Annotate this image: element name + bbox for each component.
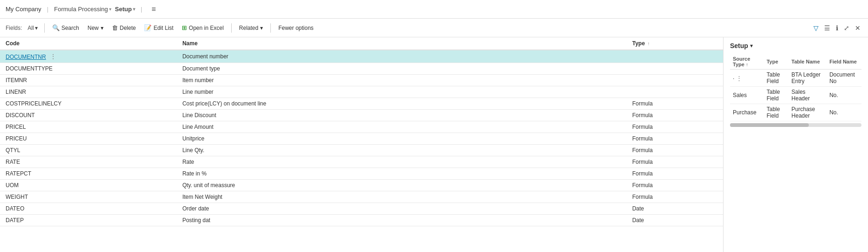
side-col-source-type[interactable]: Source Type ↑	[730, 54, 764, 70]
columns-icon-button[interactable]: ☰	[822, 22, 832, 34]
table-cell-name: Order date	[177, 203, 627, 215]
info-icon: ℹ	[836, 24, 838, 32]
table-cell-name: Document number	[177, 50, 627, 63]
table-row[interactable]: COSTPRICELINELCYCost price(LCY) on docum…	[0, 98, 723, 110]
table-cell-code: ITEMNR	[0, 75, 177, 86]
table-row[interactable]: QTYLLine Qty.Formula	[0, 145, 723, 156]
side-cell-table: Sales Header	[789, 87, 827, 104]
table-cell-type	[627, 75, 723, 86]
side-table-row[interactable]: PurchaseTable FieldPurchase HeaderNo.	[730, 104, 861, 121]
nav-sep-2: |	[141, 6, 142, 13]
side-table-row[interactable]: SalesTable FieldSales HeaderNo.	[730, 87, 861, 104]
table-cell-code: RATEPCT	[0, 168, 177, 180]
table-row[interactable]: RATEPCTRate in %Formula	[0, 168, 723, 180]
table-cell-type: Date	[627, 203, 723, 215]
search-button[interactable]: 🔍 Search	[48, 22, 83, 33]
open-excel-button[interactable]: ⊞ Open in Excel	[178, 22, 227, 33]
table-cell-type: Formula	[627, 191, 723, 203]
new-chevron-icon: ▾	[101, 25, 103, 31]
all-filter-button[interactable]: All ▾	[25, 23, 40, 33]
sort-icon: ↑	[648, 41, 650, 46]
table-cell-code: QTYL	[0, 145, 177, 156]
side-cell-table: BTA Ledger Entry	[789, 70, 827, 87]
table-cell-name: Line Discount	[177, 110, 627, 121]
table-row[interactable]: ITEMNRItem number	[0, 75, 723, 86]
table-row[interactable]: UOMQty. unit of meassureFormula	[0, 180, 723, 191]
nav-bar: My Company | Formula Processing ▾ Setup …	[0, 0, 868, 19]
table-cell-type: Formula	[627, 180, 723, 191]
edit-list-button[interactable]: 📝 Edit List	[140, 22, 177, 33]
table-cell-name: Document type	[177, 63, 627, 75]
delete-button[interactable]: 🗑 Delete	[108, 22, 140, 33]
side-table-row[interactable]: · ⋮Table FieldBTA Ledger EntryDocument N…	[730, 70, 861, 87]
side-cell-field: No.	[827, 87, 861, 104]
table-cell-code: COSTPRICELINELCY	[0, 98, 177, 110]
table-cell-name: Item Net Weight	[177, 191, 627, 203]
table-cell-type	[627, 50, 723, 63]
filter-icon-button[interactable]: ▽	[812, 22, 820, 34]
filter-icon: ▽	[813, 24, 819, 32]
table-cell-code: WEIGHT	[0, 191, 177, 203]
table-body: DOCUMENTNR ⋮Document numberDOCUMENTTYPED…	[0, 50, 723, 226]
hamburger-menu-icon[interactable]: ≡	[152, 5, 156, 14]
side-scrollbar[interactable]	[730, 123, 861, 127]
side-cell-field: Document No	[827, 70, 861, 87]
close-icon-button[interactable]: ✕	[853, 22, 862, 34]
table-row[interactable]: DOCUMENTTYPEDocument type	[0, 63, 723, 75]
module-chevron-icon: ▾	[109, 7, 111, 12]
table-row[interactable]: RATERateFormula	[0, 156, 723, 168]
toolbar-right: ▽ ☰ ℹ ⤢ ✕	[812, 22, 862, 34]
table-row[interactable]: DISCOUNTLine DiscountFormula	[0, 110, 723, 121]
side-table: Source Type ↑ Type Table Name Field Name…	[730, 54, 861, 121]
side-cell-source: Purchase	[730, 104, 764, 121]
table-row[interactable]: DOCUMENTNR ⋮Document number	[0, 50, 723, 63]
side-col-field[interactable]: Field Name	[827, 54, 861, 70]
table-cell-code: UOM	[0, 180, 177, 191]
col-header-code[interactable]: Code	[0, 37, 177, 50]
side-cell-type: Table Field	[764, 104, 788, 121]
table-row[interactable]: DATEPPosting datDate	[0, 215, 723, 226]
new-button[interactable]: New ▾	[84, 23, 107, 33]
side-cell-type: Table Field	[764, 70, 788, 87]
side-scrollbar-thumb	[730, 123, 809, 127]
table-header: Code Name Type ↑	[0, 37, 723, 50]
table-cell-type: Formula	[627, 121, 723, 133]
side-panel: Setup ▾ Source Type ↑ Type Table Name Fi…	[723, 37, 868, 252]
toolbar: Fields: All ▾ 🔍 Search New ▾ 🗑 Delete 📝 …	[0, 19, 868, 37]
code-link[interactable]: DOCUMENTNR	[6, 54, 46, 60]
table-cell-type: Formula	[627, 98, 723, 110]
col-header-type[interactable]: Type ↑	[627, 37, 723, 50]
table-cell-name: Rate	[177, 156, 627, 168]
table-row[interactable]: PRICEUUnitpriceFormula	[0, 133, 723, 145]
table-cell-name: Posting dat	[177, 215, 627, 226]
toolbar-sep-1	[44, 23, 45, 33]
expand-icon-button[interactable]: ⤢	[842, 22, 851, 34]
table-cell-code: DOCUMENTTYPE	[0, 63, 177, 75]
fewer-options-button[interactable]: Fewer options	[275, 23, 317, 33]
related-button[interactable]: Related ▾	[235, 23, 267, 33]
row-menu-icon[interactable]: ⋮	[46, 53, 58, 60]
toolbar-sep-2	[231, 23, 232, 33]
col-header-name[interactable]: Name	[177, 37, 627, 50]
table-row[interactable]: PRICELLine AmountFormula	[0, 121, 723, 133]
columns-icon: ☰	[824, 24, 830, 32]
side-col-table[interactable]: Table Name	[789, 54, 827, 70]
table-cell-code: RATE	[0, 156, 177, 168]
side-sort-icon: ↑	[746, 62, 748, 67]
delete-icon: 🗑	[112, 24, 118, 31]
table-cell-code: DOCUMENTNR ⋮	[0, 50, 177, 63]
table-row[interactable]: DATEOOrder dateDate	[0, 203, 723, 215]
nav-module[interactable]: Formula Processing ▾	[54, 6, 111, 13]
side-col-type[interactable]: Type	[764, 54, 788, 70]
table-cell-name: Line Amount	[177, 121, 627, 133]
table-row[interactable]: WEIGHTItem Net WeightFormula	[0, 191, 723, 203]
nav-current-page[interactable]: Setup ▾	[115, 6, 135, 13]
side-cell-source: · ⋮	[730, 70, 764, 87]
all-chevron-icon: ▾	[35, 25, 38, 31]
related-chevron-icon: ▾	[260, 25, 263, 31]
table-cell-code: DATEO	[0, 203, 177, 215]
side-row-menu-icon[interactable]: ⋮	[734, 75, 742, 82]
table-row[interactable]: LINENRLine number	[0, 86, 723, 98]
info-icon-button[interactable]: ℹ	[834, 22, 840, 34]
data-table: Code Name Type ↑ DOCUMENTNR ⋮Document nu…	[0, 37, 723, 226]
